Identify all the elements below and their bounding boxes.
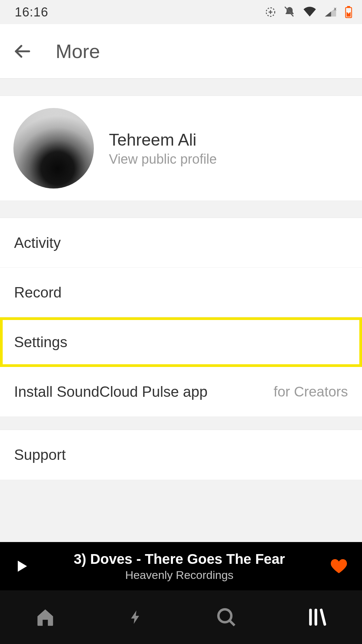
page-title: More	[56, 40, 100, 62]
menu-item-support[interactable]: Support	[0, 430, 362, 480]
menu-item-label: Settings	[14, 334, 67, 351]
menu-item-activity[interactable]: Activity	[0, 218, 362, 268]
nav-search[interactable]	[181, 590, 272, 644]
profile-subtitle: View public profile	[109, 152, 217, 167]
data-saver-icon	[265, 6, 276, 18]
avatar	[13, 108, 94, 189]
status-bar: 16:16 x	[0, 0, 362, 24]
profile-name: Tehreem Ali	[109, 130, 217, 150]
spacer	[0, 480, 362, 542]
library-icon	[306, 606, 327, 628]
play-button[interactable]	[11, 559, 32, 574]
svg-line-11	[230, 621, 235, 626]
now-playing-texts[interactable]: 3) Doves - There Goes The Fear Heavenly …	[41, 551, 318, 582]
section-divider	[0, 78, 362, 96]
menu-item-label: Record	[14, 284, 62, 301]
profile-row[interactable]: Tehreem Ali View public profile	[0, 96, 362, 201]
content-scroll[interactable]: Tehreem Ali View public profile Activity…	[0, 78, 362, 542]
nav-library[interactable]	[272, 590, 362, 644]
svg-text:x: x	[334, 6, 337, 11]
arrow-left-icon	[13, 42, 32, 61]
home-icon	[35, 607, 56, 628]
nav-home[interactable]	[0, 590, 90, 644]
menu-item-install-pulse[interactable]: Install SoundCloud Pulse app for Creator…	[0, 367, 362, 417]
heart-icon	[329, 557, 348, 576]
menu-item-label: Support	[14, 446, 66, 463]
menu-item-secondary: for Creators	[274, 384, 348, 400]
section-divider	[0, 417, 362, 430]
svg-line-14	[321, 610, 325, 625]
battery-icon	[345, 6, 353, 18]
section-divider	[0, 201, 362, 218]
search-icon	[215, 606, 237, 628]
bolt-icon	[128, 607, 144, 628]
menu-item-label: Install SoundCloud Pulse app	[14, 383, 207, 400]
bottom-nav	[0, 590, 362, 644]
now-playing-bar[interactable]: 3) Doves - There Goes The Fear Heavenly …	[0, 542, 362, 590]
nav-stream[interactable]	[90, 590, 181, 644]
play-icon	[14, 559, 29, 574]
back-button[interactable]	[12, 42, 32, 61]
cellular-icon: x	[324, 6, 337, 18]
app-bar: More	[0, 24, 362, 78]
status-icons: x	[265, 6, 353, 18]
svg-point-10	[219, 609, 232, 623]
dnd-icon	[284, 6, 296, 18]
status-time: 16:16	[15, 5, 48, 19]
wifi-icon	[303, 6, 316, 18]
now-playing-artist: Heavenly Recordings	[41, 569, 318, 582]
now-playing-title: 3) Doves - There Goes The Fear	[41, 551, 318, 567]
menu-item-settings[interactable]: Settings	[0, 317, 362, 367]
menu-item-record[interactable]: Record	[0, 268, 362, 317]
svg-rect-8	[347, 12, 350, 13]
menu-item-label: Activity	[14, 234, 61, 251]
like-button[interactable]	[327, 557, 351, 576]
